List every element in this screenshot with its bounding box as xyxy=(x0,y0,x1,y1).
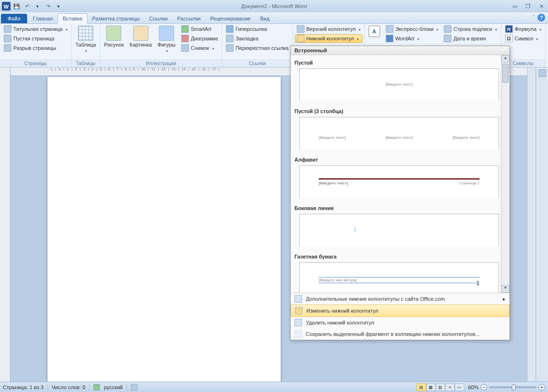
gallery-item-alphabet[interactable]: [Введите текст] Страница 1 xyxy=(299,165,499,198)
clipart-button[interactable]: Картинка xyxy=(127,25,154,59)
group-pages: Титульная страница Пустая страница Разры… xyxy=(0,24,72,67)
wordart-icon xyxy=(386,35,393,42)
smartart-button[interactable]: SmartArt xyxy=(179,25,220,33)
scroll-thumb[interactable] xyxy=(502,64,509,83)
status-words[interactable]: Число слов: 0 xyxy=(52,384,86,390)
hyperlink-button[interactable]: Гиперссылка xyxy=(224,25,291,33)
ruler-toggle-icon[interactable] xyxy=(538,69,546,77)
clipart-icon xyxy=(133,26,148,41)
office-icon xyxy=(294,295,302,303)
picture-button[interactable]: Рисунок xyxy=(102,25,126,59)
symbol-icon: Ω xyxy=(505,35,513,42)
insert-mode-icon[interactable] xyxy=(131,384,137,391)
table-button[interactable]: Таблица xyxy=(74,25,98,59)
header-button[interactable]: Верхний колонтитул xyxy=(295,25,362,33)
group-tables: Таблица Таблицы xyxy=(72,24,100,67)
equation-button[interactable]: πФормула xyxy=(503,25,543,33)
group-label-links: Ссылки xyxy=(222,59,293,67)
zoom-in-button[interactable]: + xyxy=(538,384,545,391)
gallery-section-alphabet: Алфавит xyxy=(293,154,508,164)
gallery-item-sideline[interactable]: | xyxy=(299,214,499,246)
file-tab[interactable]: Файл xyxy=(1,14,27,23)
cover-page-button[interactable]: Титульная страница xyxy=(2,25,69,33)
group-illustrations: Рисунок Картинка Фигуры SmartArt Диаграм… xyxy=(100,24,222,67)
wordart-button[interactable]: WordArt xyxy=(384,34,440,43)
bookmark-icon xyxy=(226,35,234,42)
gallery-item-empty[interactable]: [Введите текст] xyxy=(299,68,499,101)
crossref-button[interactable]: Перекрестная ссылка xyxy=(224,44,291,52)
footer-gallery: Встроенный Пустой [Введите текст] Пустой… xyxy=(290,46,510,340)
outline-view[interactable]: ≡ xyxy=(445,383,455,391)
page-icon xyxy=(4,25,11,33)
page-icon xyxy=(4,35,11,42)
gallery-scrollbar[interactable]: ▲ ▼ xyxy=(501,55,509,293)
zoom-control: 60% − + xyxy=(468,384,545,391)
tab-references[interactable]: Ссылки xyxy=(145,14,173,23)
screenshot-button[interactable]: Снимок xyxy=(179,44,220,52)
more-footers-button[interactable]: Дополнительные нижние колонтитулы с сайт… xyxy=(291,293,509,305)
remove-footer-button[interactable]: Удалить нижний колонтитул xyxy=(291,317,509,328)
status-language[interactable]: русский xyxy=(104,384,122,390)
restore-button[interactable]: ❐ xyxy=(523,3,533,10)
shapes-button[interactable]: Фигуры xyxy=(156,25,177,59)
edit-footer-button[interactable]: Изменить нижний колонтитул xyxy=(291,305,509,317)
tab-insert[interactable]: Вставка xyxy=(58,13,88,24)
status-page[interactable]: Страница: 1 из 3 xyxy=(3,384,44,390)
quickparts-button[interactable]: Экспресс-блоки xyxy=(384,25,440,33)
zoom-slider[interactable] xyxy=(489,386,537,388)
datetime-button[interactable]: Дата и время xyxy=(442,34,499,43)
reading-view[interactable]: ▦ xyxy=(426,383,436,391)
picture-icon xyxy=(106,26,121,41)
page-break-button[interactable]: Разрыв страницы xyxy=(2,44,69,52)
redo-icon[interactable]: ↷ xyxy=(44,2,52,10)
edit-icon xyxy=(295,307,303,315)
qat-customize-icon[interactable]: ▾ xyxy=(54,2,63,10)
status-bar: Страница: 1 из 3 Число слов: 0 русский ▤… xyxy=(0,382,548,392)
page-1[interactable] xyxy=(48,77,281,382)
group-links: Гиперссылка Закладка Перекрестная ссылка… xyxy=(222,24,293,67)
blank-page-button[interactable]: Пустая страница xyxy=(2,34,69,43)
chart-button[interactable]: Диаграмма xyxy=(179,34,220,43)
group-label-tables: Таблицы xyxy=(72,59,100,67)
web-view[interactable]: ▥ xyxy=(436,383,445,391)
table-icon xyxy=(78,26,93,41)
symbol-button[interactable]: ΩСимвол xyxy=(503,34,543,43)
tab-mailings[interactable]: Рассылки xyxy=(172,14,205,23)
tab-pagelayout[interactable]: Разметка страницы xyxy=(88,14,145,23)
bookmark-button[interactable]: Закладка xyxy=(224,34,291,43)
window-title: Документ2 - Microsoft Word xyxy=(241,3,307,9)
zoom-out-button[interactable]: − xyxy=(480,384,487,391)
gallery-section-empty: Пустой xyxy=(293,57,508,67)
print-layout-view[interactable]: ▤ xyxy=(417,383,426,391)
tab-home[interactable]: Главная xyxy=(28,14,58,23)
smartart-icon xyxy=(181,25,189,33)
draft-view[interactable]: ▭ xyxy=(455,383,464,391)
footer-button[interactable]: Нижний колонтитул xyxy=(295,34,362,43)
screenshot-icon xyxy=(181,44,189,52)
proofing-icon[interactable] xyxy=(93,384,100,391)
quickparts-icon xyxy=(386,25,393,33)
gallery-item-newsprint[interactable]: [Введите имя автора] 1 xyxy=(299,262,499,293)
save-icon[interactable]: 💾 xyxy=(12,2,21,10)
app-icon[interactable]: W xyxy=(2,2,10,10)
crossref-icon xyxy=(226,44,234,52)
tab-view[interactable]: Вид xyxy=(255,14,274,23)
remove-icon xyxy=(294,319,302,326)
qat-dropdown-icon[interactable]: ▾ xyxy=(33,2,42,10)
doc-scrollbar[interactable] xyxy=(527,67,536,382)
minimize-button[interactable]: ▭ xyxy=(510,3,519,10)
close-button[interactable]: ✕ xyxy=(537,3,546,10)
save-selection-button: Сохранить выделенный фрагмент в коллекци… xyxy=(291,328,509,340)
tab-review[interactable]: Рецензирование xyxy=(206,14,255,23)
zoom-level[interactable]: 60% xyxy=(468,384,479,390)
minimize-ribbon-icon[interactable]: ˆ xyxy=(533,15,535,20)
scroll-up-icon[interactable]: ▲ xyxy=(501,55,509,63)
chart-icon xyxy=(181,35,189,42)
help-icon[interactable]: ? xyxy=(538,14,545,21)
scroll-down-icon[interactable]: ▼ xyxy=(501,285,509,293)
header-icon xyxy=(297,25,304,33)
hyperlink-icon xyxy=(226,25,234,33)
signature-button[interactable]: Строка подписи xyxy=(442,25,499,33)
undo-icon[interactable]: ↶ xyxy=(23,2,31,10)
gallery-item-3col[interactable]: [Введите текст] [Введите текст] [Введите… xyxy=(299,117,499,149)
